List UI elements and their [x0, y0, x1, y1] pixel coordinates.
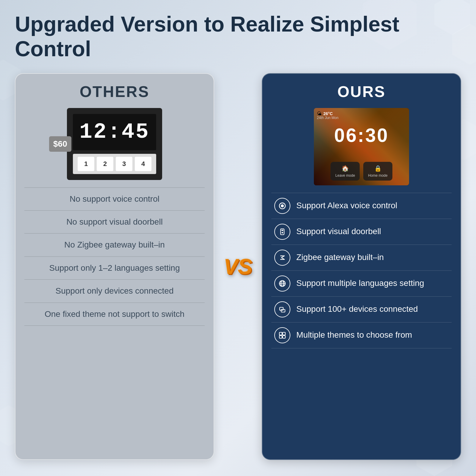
feature-item-ours-5: Support 100+ devices connected — [271, 296, 452, 322]
feature-item-ours-2: Support visual doorbell — [271, 219, 452, 245]
svg-point-4 — [282, 232, 283, 233]
feature-item-others-6: One fixed theme not support to switch — [24, 303, 205, 326]
feature-item-others-5: Support only devices connected — [24, 279, 205, 302]
svg-rect-14 — [279, 336, 282, 338]
globe-icon — [274, 275, 290, 292]
feature-text-2: Support visual doorbell — [296, 226, 381, 237]
feature-list-ours: Support Alexa voice control Support visu… — [271, 193, 452, 450]
feature-text-6: Multiple themes to choose from — [296, 330, 412, 340]
svg-rect-15 — [283, 336, 285, 338]
feature-item-others-3: No Zigbee gateway built–in — [24, 233, 205, 256]
svg-point-1 — [281, 204, 284, 207]
feature-list-others: No support voice control No support visu… — [24, 187, 205, 450]
price-tag: $60 — [49, 136, 71, 152]
weather-temp: 26°C — [323, 111, 333, 116]
smart-clock-time: 06:30 — [314, 124, 409, 146]
feature-item-others-1: No support voice control — [24, 187, 205, 210]
main-title: Upgraded Version to Realize Simplest Con… — [15, 12, 461, 61]
alexa-icon — [274, 198, 290, 214]
vs-container: VS — [223, 73, 253, 460]
content-wrapper: Upgraded Version to Realize Simplest Con… — [0, 0, 476, 476]
feature-text-1: Support Alexa voice control — [296, 200, 397, 211]
clock-display: 12:45 — [73, 114, 156, 150]
cards-container: OTHERS $60 12:45 1 2 3 4 No support voic… — [15, 73, 461, 460]
feature-item-ours-1: Support Alexa voice control — [271, 193, 452, 219]
clock-btn-1: 1 — [78, 157, 94, 171]
smart-btn-home-label: Home mode — [368, 173, 387, 178]
clock-device: $60 12:45 1 2 3 4 — [67, 108, 162, 180]
card-others-title: OTHERS — [80, 83, 150, 101]
smart-btn-home: 🔒 Home mode — [363, 162, 392, 181]
svg-rect-3 — [281, 230, 283, 231]
feature-item-others-4: Support only 1–2 languages setting — [24, 256, 205, 279]
smart-buttons: 🏠 Leave mode 🔒 Home mode — [314, 162, 409, 181]
card-others: OTHERS $60 12:45 1 2 3 4 No support voic… — [15, 73, 214, 460]
themes-icon — [274, 327, 290, 343]
feature-item-ours-3: Zigbee gateway built–in — [271, 245, 452, 270]
feature-item-ours-4: Support multiple languages setting — [271, 270, 452, 296]
smart-screen: 🌤 26°C 24th Jun Mon 06:30 🏠 Leave mode 🔒… — [314, 108, 409, 185]
svg-rect-12 — [279, 332, 282, 335]
clock-buttons: 1 2 3 4 — [73, 154, 156, 174]
feature-text-5: Support 100+ devices connected — [296, 304, 418, 314]
feature-item-ours-6: Multiple themes to choose from — [271, 322, 452, 348]
clock-btn-2: 2 — [97, 157, 113, 171]
smart-btn-leave-label: Leave mode — [335, 173, 355, 178]
card-ours-title: OURS — [337, 83, 386, 101]
doorbell-icon — [274, 224, 290, 240]
devices-icon — [274, 301, 290, 317]
vs-badge: VS — [223, 254, 253, 279]
smart-btn-leave: 🏠 Leave mode — [331, 162, 360, 181]
feature-text-4: Support multiple languages setting — [296, 278, 424, 289]
feature-text-3: Zigbee gateway built–in — [296, 252, 384, 263]
zigbee-icon — [274, 250, 290, 266]
card-ours: OURS 🌤 26°C 24th Jun Mon 06:30 🏠 Leave m… — [262, 73, 461, 460]
home-icon: 🏠 — [342, 165, 349, 172]
weather-date: 24th Jun Mon — [317, 116, 339, 120]
svg-rect-13 — [283, 332, 285, 335]
clock-btn-3: 3 — [116, 157, 132, 171]
clock-btn-4: 4 — [135, 157, 151, 171]
lock-icon: 🔒 — [374, 165, 382, 172]
clock-time: 12:45 — [79, 120, 150, 144]
feature-item-others-2: No support visual doorbell — [24, 210, 205, 233]
